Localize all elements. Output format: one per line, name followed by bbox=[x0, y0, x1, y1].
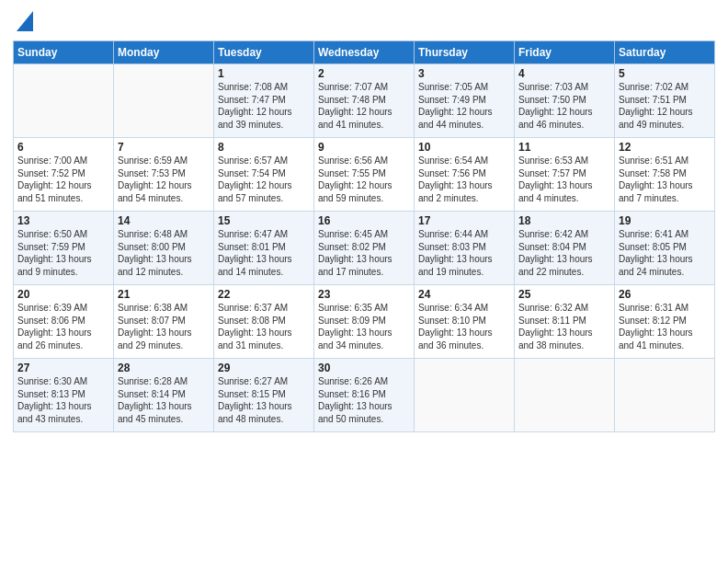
day-info: Sunrise: 6:53 AM Sunset: 7:57 PM Dayligh… bbox=[518, 155, 610, 204]
day-number: 1 bbox=[218, 67, 310, 80]
day-cell: 6Sunrise: 7:00 AM Sunset: 7:52 PM Daylig… bbox=[14, 138, 114, 212]
day-cell: 27Sunrise: 6:30 AM Sunset: 8:13 PM Dayli… bbox=[14, 359, 114, 432]
day-number: 5 bbox=[619, 67, 711, 80]
day-info: Sunrise: 6:47 AM Sunset: 8:01 PM Dayligh… bbox=[218, 228, 310, 278]
day-cell: 9Sunrise: 6:56 AM Sunset: 7:55 PM Daylig… bbox=[314, 138, 415, 212]
weekday-header-sunday: Sunday bbox=[14, 41, 114, 64]
day-info: Sunrise: 6:44 AM Sunset: 8:03 PM Dayligh… bbox=[418, 228, 510, 278]
day-info: Sunrise: 6:38 AM Sunset: 8:07 PM Dayligh… bbox=[118, 302, 210, 351]
day-info: Sunrise: 6:45 AM Sunset: 8:02 PM Dayligh… bbox=[318, 228, 410, 278]
day-number: 20 bbox=[17, 288, 109, 301]
day-cell bbox=[415, 359, 515, 432]
day-cell: 20Sunrise: 6:39 AM Sunset: 8:06 PM Dayli… bbox=[14, 285, 114, 359]
day-cell: 29Sunrise: 6:27 AM Sunset: 8:15 PM Dayli… bbox=[214, 359, 314, 432]
day-number: 30 bbox=[318, 362, 410, 374]
day-cell: 16Sunrise: 6:45 AM Sunset: 8:02 PM Dayli… bbox=[314, 212, 415, 285]
day-info: Sunrise: 6:57 AM Sunset: 7:54 PM Dayligh… bbox=[218, 155, 310, 204]
day-cell: 26Sunrise: 6:31 AM Sunset: 8:12 PM Dayli… bbox=[615, 285, 715, 359]
day-number: 22 bbox=[218, 288, 310, 301]
day-cell: 17Sunrise: 6:44 AM Sunset: 8:03 PM Dayli… bbox=[415, 212, 515, 285]
calendar-body: 1Sunrise: 7:08 AM Sunset: 7:47 PM Daylig… bbox=[14, 64, 715, 432]
day-info: Sunrise: 6:41 AM Sunset: 8:05 PM Dayligh… bbox=[619, 228, 711, 278]
day-number: 26 bbox=[619, 288, 711, 301]
header bbox=[13, 9, 715, 35]
day-number: 24 bbox=[418, 288, 510, 301]
weekday-header-monday: Monday bbox=[114, 41, 214, 64]
day-cell: 8Sunrise: 6:57 AM Sunset: 7:54 PM Daylig… bbox=[214, 138, 314, 212]
day-info: Sunrise: 6:39 AM Sunset: 8:06 PM Dayligh… bbox=[17, 302, 109, 351]
day-info: Sunrise: 6:42 AM Sunset: 8:04 PM Dayligh… bbox=[518, 228, 610, 278]
day-cell: 30Sunrise: 6:26 AM Sunset: 8:16 PM Dayli… bbox=[314, 359, 415, 432]
calendar-header: SundayMondayTuesdayWednesdayThursdayFrid… bbox=[14, 41, 715, 64]
day-cell bbox=[515, 359, 615, 432]
day-cell: 5Sunrise: 7:02 AM Sunset: 7:51 PM Daylig… bbox=[615, 64, 715, 138]
day-cell: 2Sunrise: 7:07 AM Sunset: 7:48 PM Daylig… bbox=[314, 64, 415, 138]
day-number: 25 bbox=[518, 288, 610, 301]
day-cell: 14Sunrise: 6:48 AM Sunset: 8:00 PM Dayli… bbox=[114, 212, 214, 285]
week-row-4: 20Sunrise: 6:39 AM Sunset: 8:06 PM Dayli… bbox=[14, 285, 715, 359]
page: SundayMondayTuesdayWednesdayThursdayFrid… bbox=[0, 0, 728, 563]
day-info: Sunrise: 6:54 AM Sunset: 7:56 PM Dayligh… bbox=[418, 155, 510, 204]
day-number: 4 bbox=[518, 67, 610, 80]
weekday-row: SundayMondayTuesdayWednesdayThursdayFrid… bbox=[14, 41, 715, 64]
day-cell: 1Sunrise: 7:08 AM Sunset: 7:47 PM Daylig… bbox=[214, 64, 314, 138]
weekday-header-friday: Friday bbox=[515, 41, 615, 64]
day-number: 29 bbox=[218, 362, 310, 374]
day-number: 19 bbox=[619, 214, 711, 227]
day-number: 17 bbox=[418, 214, 510, 227]
day-cell: 22Sunrise: 6:37 AM Sunset: 8:08 PM Dayli… bbox=[214, 285, 314, 359]
day-cell: 7Sunrise: 6:59 AM Sunset: 7:53 PM Daylig… bbox=[114, 138, 214, 212]
day-number: 8 bbox=[218, 141, 310, 154]
day-number: 16 bbox=[318, 214, 410, 227]
day-cell: 18Sunrise: 6:42 AM Sunset: 8:04 PM Dayli… bbox=[515, 212, 615, 285]
weekday-header-thursday: Thursday bbox=[415, 41, 515, 64]
day-cell: 3Sunrise: 7:05 AM Sunset: 7:49 PM Daylig… bbox=[415, 64, 515, 138]
day-number: 15 bbox=[218, 214, 310, 227]
day-info: Sunrise: 6:35 AM Sunset: 8:09 PM Dayligh… bbox=[318, 302, 410, 351]
day-info: Sunrise: 6:26 AM Sunset: 8:16 PM Dayligh… bbox=[318, 375, 410, 425]
day-info: Sunrise: 7:05 AM Sunset: 7:49 PM Dayligh… bbox=[418, 81, 510, 131]
day-cell: 21Sunrise: 6:38 AM Sunset: 8:07 PM Dayli… bbox=[114, 285, 214, 359]
day-cell bbox=[615, 359, 715, 432]
day-info: Sunrise: 6:59 AM Sunset: 7:53 PM Dayligh… bbox=[118, 155, 210, 204]
day-number: 6 bbox=[17, 141, 109, 154]
day-cell: 23Sunrise: 6:35 AM Sunset: 8:09 PM Dayli… bbox=[314, 285, 415, 359]
day-number: 13 bbox=[17, 214, 109, 227]
svg-marker-0 bbox=[17, 11, 33, 31]
day-info: Sunrise: 6:50 AM Sunset: 7:59 PM Dayligh… bbox=[17, 228, 109, 278]
day-cell: 10Sunrise: 6:54 AM Sunset: 7:56 PM Dayli… bbox=[415, 138, 515, 212]
week-row-1: 1Sunrise: 7:08 AM Sunset: 7:47 PM Daylig… bbox=[14, 64, 715, 138]
weekday-header-wednesday: Wednesday bbox=[314, 41, 415, 64]
day-number: 12 bbox=[619, 141, 711, 154]
logo bbox=[13, 9, 33, 35]
day-number: 14 bbox=[118, 214, 210, 227]
day-info: Sunrise: 7:08 AM Sunset: 7:47 PM Dayligh… bbox=[218, 81, 310, 131]
day-number: 11 bbox=[518, 141, 610, 154]
day-cell: 4Sunrise: 7:03 AM Sunset: 7:50 PM Daylig… bbox=[515, 64, 615, 138]
day-cell bbox=[14, 64, 114, 138]
day-info: Sunrise: 7:03 AM Sunset: 7:50 PM Dayligh… bbox=[518, 81, 610, 131]
day-info: Sunrise: 6:27 AM Sunset: 8:15 PM Dayligh… bbox=[218, 375, 310, 425]
day-info: Sunrise: 6:37 AM Sunset: 8:08 PM Dayligh… bbox=[218, 302, 310, 351]
week-row-3: 13Sunrise: 6:50 AM Sunset: 7:59 PM Dayli… bbox=[14, 212, 715, 285]
day-cell: 13Sunrise: 6:50 AM Sunset: 7:59 PM Dayli… bbox=[14, 212, 114, 285]
day-info: Sunrise: 6:32 AM Sunset: 8:11 PM Dayligh… bbox=[518, 302, 610, 351]
day-info: Sunrise: 6:34 AM Sunset: 8:10 PM Dayligh… bbox=[418, 302, 510, 351]
day-cell: 15Sunrise: 6:47 AM Sunset: 8:01 PM Dayli… bbox=[214, 212, 314, 285]
day-cell: 11Sunrise: 6:53 AM Sunset: 7:57 PM Dayli… bbox=[515, 138, 615, 212]
day-number: 9 bbox=[318, 141, 410, 154]
day-info: Sunrise: 7:00 AM Sunset: 7:52 PM Dayligh… bbox=[17, 155, 109, 204]
day-number: 7 bbox=[118, 141, 210, 154]
day-info: Sunrise: 6:30 AM Sunset: 8:13 PM Dayligh… bbox=[17, 375, 109, 425]
week-row-2: 6Sunrise: 7:00 AM Sunset: 7:52 PM Daylig… bbox=[14, 138, 715, 212]
day-info: Sunrise: 7:07 AM Sunset: 7:48 PM Dayligh… bbox=[318, 81, 410, 131]
day-number: 3 bbox=[418, 67, 510, 80]
day-number: 2 bbox=[318, 67, 410, 80]
day-number: 27 bbox=[17, 362, 109, 374]
day-number: 10 bbox=[418, 141, 510, 154]
day-info: Sunrise: 6:56 AM Sunset: 7:55 PM Dayligh… bbox=[318, 155, 410, 204]
day-info: Sunrise: 6:51 AM Sunset: 7:58 PM Dayligh… bbox=[619, 155, 711, 204]
day-info: Sunrise: 7:02 AM Sunset: 7:51 PM Dayligh… bbox=[619, 81, 711, 131]
day-number: 18 bbox=[518, 214, 610, 227]
weekday-header-saturday: Saturday bbox=[615, 41, 715, 64]
